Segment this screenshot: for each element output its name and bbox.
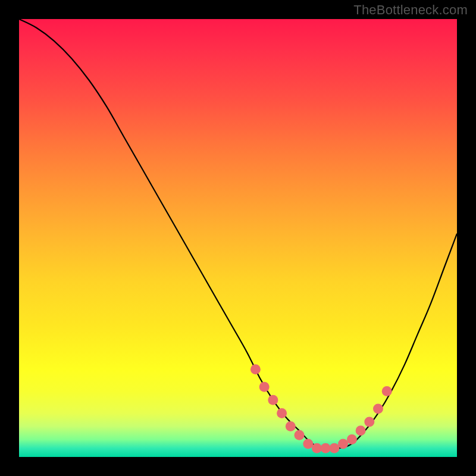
marker-dot	[286, 421, 296, 431]
marker-dot	[277, 408, 287, 418]
chart-svg	[19, 19, 457, 457]
marker-dot	[295, 430, 305, 440]
marker-dot	[364, 417, 374, 427]
watermark-text: TheBottleneck.com	[353, 2, 468, 18]
marker-dot	[329, 443, 339, 453]
marker-dot	[268, 395, 278, 405]
chart-container: TheBottleneck.com	[0, 0, 476, 476]
marker-dot	[356, 425, 366, 436]
marker-dot	[303, 439, 313, 449]
marker-dot	[312, 443, 322, 453]
marker-dot	[347, 434, 357, 444]
marker-dot	[259, 382, 270, 392]
marker-dots	[250, 364, 392, 453]
marker-dot	[321, 443, 331, 453]
marker-dot	[338, 439, 348, 449]
marker-dot	[382, 386, 392, 396]
marker-dot	[373, 404, 383, 414]
marker-dot	[250, 364, 261, 374]
bottleneck-curve	[19, 19, 457, 449]
